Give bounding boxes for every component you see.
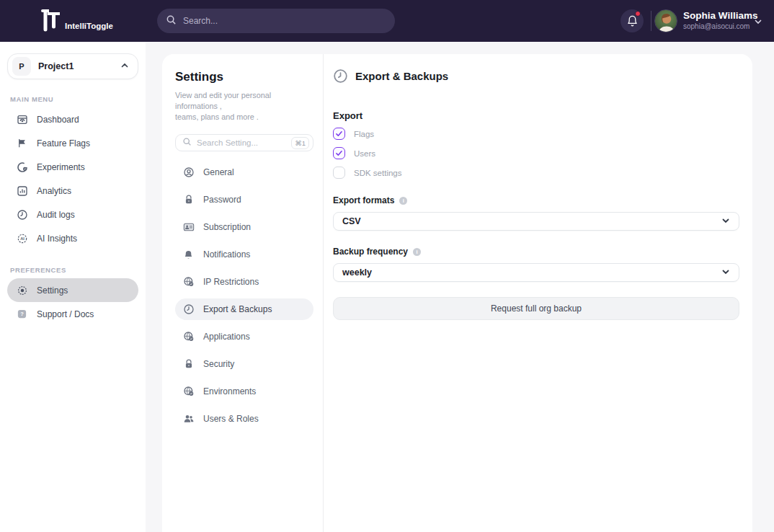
export-formats-select[interactable]: CSV xyxy=(333,212,739,231)
settings-nav-label: Users & Roles xyxy=(203,414,259,424)
settings-nav-subscription[interactable]: Subscription xyxy=(175,216,313,238)
settings-nav-export-backups[interactable]: Export & Backups xyxy=(175,298,313,320)
sidebar-item-label: Dashboard xyxy=(37,115,79,125)
sidebar-item-experiments[interactable]: Experiments xyxy=(7,155,138,179)
project-name: Project1 xyxy=(38,61,120,71)
settings-nav-label: Password xyxy=(203,195,241,205)
sidebar-item-audit-logs[interactable]: Audit logs xyxy=(7,203,138,226)
info-icon: i xyxy=(399,197,407,205)
settings-nav-label: General xyxy=(203,167,234,177)
main-menu-label: MAIN MENU xyxy=(10,95,146,103)
user-name: Sophia Williams xyxy=(683,10,757,21)
svg-text:AI: AI xyxy=(20,236,25,241)
user-avatar[interactable] xyxy=(654,9,677,32)
user-circle-icon xyxy=(182,167,195,179)
svg-text:?: ? xyxy=(20,311,24,317)
sidebar-item-label: Feature Flags xyxy=(37,138,90,148)
shortcut-badge: ⌘1 xyxy=(291,137,309,149)
export-formats-label: Export formats xyxy=(333,195,394,205)
checkbox-sdk-settings[interactable] xyxy=(333,167,345,179)
chevron-up-icon xyxy=(120,60,129,73)
settings-nav-security[interactable]: Security xyxy=(175,353,313,375)
sidebar-item-analytics[interactable]: Analytics xyxy=(7,179,138,203)
user-email: sophia@aisocui.com xyxy=(683,22,757,30)
sidebar-item-ai-insights[interactable]: AI AI Insights xyxy=(7,226,138,250)
users-icon xyxy=(182,413,195,425)
sidebar-item-label: Analytics xyxy=(37,186,71,196)
checkbox-row-users: Users xyxy=(333,146,739,160)
backup-frequency-select[interactable]: weekly xyxy=(333,263,739,282)
global-search-input[interactable] xyxy=(183,16,363,26)
settings-search-input[interactable] xyxy=(197,138,291,147)
settings-nav-ip-restrictions[interactable]: IP Restrictions xyxy=(175,271,313,293)
checkbox-flags[interactable] xyxy=(333,128,345,140)
bar-chart-icon xyxy=(16,185,28,197)
backup-frequency-label: Backup frequency xyxy=(333,247,408,257)
settings-nav-users-roles[interactable]: Users & Roles xyxy=(175,408,313,430)
gear-icon xyxy=(16,284,28,296)
request-backup-button[interactable]: Request full org backup xyxy=(333,297,739,320)
notifications-button[interactable] xyxy=(620,9,644,32)
backup-frequency-value: weekly xyxy=(342,267,721,278)
settings-nav-applications[interactable]: Applications xyxy=(175,326,313,347)
clock-icon xyxy=(16,208,28,221)
panel-header: Export & Backups xyxy=(333,68,739,84)
settings-nav-notifications[interactable]: Notifications xyxy=(175,244,313,265)
settings-nav-label: IP Restrictions xyxy=(203,277,259,287)
chevron-down-icon xyxy=(721,215,730,228)
sidebar-item-label: AI Insights xyxy=(37,234,77,244)
checkbox-label: Flags xyxy=(354,130,374,138)
export-backups-panel: Export & Backups Export Flags Users SDK … xyxy=(324,54,752,532)
sidebar: P Project1 MAIN MENU Dashboard Feature F… xyxy=(0,42,146,532)
bell-icon xyxy=(626,15,639,27)
question-icon: ? xyxy=(16,308,28,320)
settings-nav-general[interactable]: General xyxy=(175,161,313,183)
app-logo[interactable]: IntelliToggle xyxy=(37,5,113,37)
project-initial-badge: P xyxy=(12,57,31,76)
search-icon xyxy=(166,14,177,28)
topbar: IntelliToggle Sophia Williams sophia@ais… xyxy=(0,0,774,42)
project-selector[interactable]: P Project1 xyxy=(7,53,138,79)
dashboard-icon xyxy=(16,113,28,125)
user-meta: Sophia Williams sophia@aisocui.com xyxy=(683,10,757,30)
clock-icon xyxy=(182,303,195,316)
settings-nav-list: General Password Subscription Notificati… xyxy=(175,161,313,430)
lock-icon xyxy=(182,194,195,206)
settings-nav-environments[interactable]: Environments xyxy=(175,381,313,402)
global-search[interactable] xyxy=(157,9,395,33)
backup-frequency-label-row: Backup frequency i xyxy=(333,247,739,257)
settings-nav-label: Security xyxy=(203,359,234,369)
topbar-divider xyxy=(651,11,651,31)
settings-nav-column: Settings View and edit your personal inf… xyxy=(162,54,324,532)
logo-icon xyxy=(37,5,62,37)
sidebar-item-feature-flags[interactable]: Feature Flags xyxy=(7,131,138,155)
checkbox-users[interactable] xyxy=(333,147,345,159)
info-icon: i xyxy=(413,248,421,256)
chevron-down-icon[interactable] xyxy=(754,16,762,29)
checkbox-row-sdk-settings: SDK settings xyxy=(333,166,739,179)
search-icon xyxy=(182,136,192,149)
sidebar-item-settings[interactable]: Settings xyxy=(7,278,138,302)
sidebar-item-label: Support / Docs xyxy=(37,309,94,319)
sidebar-item-dashboard[interactable]: Dashboard xyxy=(7,107,138,131)
export-formats-value: CSV xyxy=(342,216,721,226)
id-card-icon xyxy=(182,221,195,234)
checkbox-label: SDK settings xyxy=(354,169,401,177)
sidebar-item-label: Settings xyxy=(37,285,68,296)
sidebar-item-label: Audit logs xyxy=(37,210,75,220)
clock-icon xyxy=(333,68,348,84)
settings-nav-label: Applications xyxy=(203,332,250,342)
bell-icon xyxy=(182,249,195,261)
checkbox-row-flags: Flags xyxy=(333,127,739,141)
export-section-heading: Export xyxy=(333,110,739,121)
settings-search[interactable]: ⌘1 xyxy=(175,134,313,151)
checkbox-label: Users xyxy=(354,149,375,158)
settings-nav-label: Export & Backups xyxy=(203,304,272,314)
sidebar-item-support-docs[interactable]: ? Support / Docs xyxy=(7,302,138,326)
globe-check-icon xyxy=(182,276,195,288)
unread-dot xyxy=(635,11,641,17)
settings-nav-password[interactable]: Password xyxy=(175,189,313,210)
experiments-icon xyxy=(16,161,28,173)
export-formats-label-row: Export formats i xyxy=(333,195,739,205)
ai-icon: AI xyxy=(16,232,28,244)
